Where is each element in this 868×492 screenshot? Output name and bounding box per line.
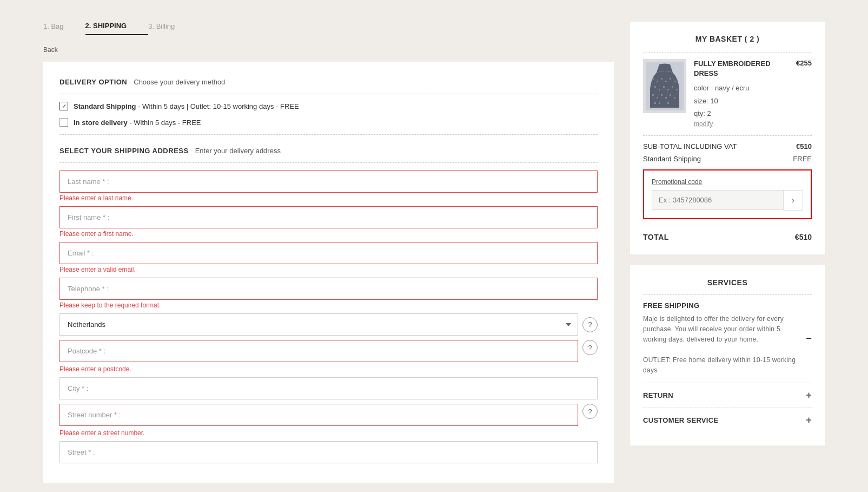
divider-3 (59, 162, 598, 163)
telephone-error: Please keep to the required format. (59, 301, 598, 309)
last-name-group: Please enter a last name. (59, 170, 598, 202)
postcode-help-button[interactable]: ? (582, 340, 598, 355)
svg-rect-6 (674, 81, 675, 82)
standard-label: Standard Shipping (74, 102, 136, 110)
email-input[interactable] (59, 242, 598, 264)
svg-rect-13 (652, 94, 654, 96)
promo-submit-button[interactable]: › (784, 190, 803, 211)
shipping-label: Standard Shipping (643, 155, 701, 163)
shipping-value: FREE (793, 155, 812, 163)
promo-section: Promotional code › (643, 169, 812, 219)
basket-divider-2 (643, 135, 812, 136)
svg-rect-11 (672, 86, 673, 88)
svg-rect-4 (665, 81, 667, 82)
item-name: FULLY EMBROIDERED DRESS (694, 59, 796, 78)
svg-rect-9 (663, 86, 665, 88)
basket-card: MY BASKET ( 2 ) (630, 22, 825, 254)
subtotal-row: SUB-TOTAL INCLUDING VAT €510 (643, 142, 812, 150)
divider-1 (59, 94, 598, 94)
service-return-content: RETURN (643, 391, 806, 399)
svg-rect-14 (657, 97, 658, 99)
address-subtitle: Enter your delivery address (195, 147, 281, 155)
svg-rect-12 (676, 89, 678, 90)
last-name-input[interactable] (59, 170, 598, 193)
service-free-shipping-label: FREE SHIPPING (643, 301, 699, 310)
service-customer-service-icon[interactable]: + (806, 415, 812, 426)
address-section-header: SELECT YOUR SHIPPING ADDRESS Enter your … (59, 147, 598, 155)
services-title: SERVICES (643, 278, 812, 287)
main-content: 1. Bag 2. SHIPPING 3. Billing Back DELIV… (43, 22, 614, 483)
email-error: Please enter a valid email. (59, 266, 598, 273)
delivery-title: DELIVERY OPTION (59, 78, 127, 86)
basket-item: FULLY EMBROIDERED DRESS €255 color : nav… (643, 59, 812, 128)
svg-rect-19 (654, 102, 656, 104)
item-size: size: 10 (694, 95, 812, 107)
instore-detail: - Within 5 days - FREE (128, 119, 201, 127)
basket-divider-1 (643, 52, 812, 53)
promo-label[interactable]: Promotional code (652, 178, 803, 186)
services-card: SERVICES FREE SHIPPING Maje is delighted… (630, 265, 825, 445)
shipping-row: Standard Shipping FREE (643, 155, 812, 163)
basket-item-image (643, 59, 686, 113)
promo-input[interactable] (652, 190, 784, 210)
service-free-shipping-icon[interactable]: − (806, 333, 812, 344)
step-shipping[interactable]: 2. SHIPPING (85, 22, 149, 35)
total-label: TOTAL (643, 233, 669, 241)
svg-rect-20 (659, 102, 660, 104)
checkbox-standard[interactable]: ✓ (59, 102, 68, 110)
item-color: color : navy / ecru (694, 82, 812, 94)
service-free-shipping-content: FREE SHIPPING Maje is delighted to offer… (643, 301, 806, 376)
step-billing[interactable]: 3. Billing (148, 22, 196, 35)
postcode-error: Please enter a postcode. (59, 365, 598, 373)
country-select[interactable]: Netherlands Belgium Germany France UK (59, 313, 578, 336)
delivery-option-standard[interactable]: ✓ Standard Shipping - Within 5 days | Ou… (59, 102, 598, 110)
back-link[interactable]: Back (43, 46, 614, 54)
svg-rect-7 (654, 86, 656, 88)
basket-divider-3 (643, 226, 812, 226)
telephone-group: Please keep to the required format. (59, 278, 598, 309)
basket-title: MY BASKET ( 2 ) (643, 35, 812, 43)
delivery-option-instore[interactable]: In store delivery - Within 5 days - FREE (59, 118, 598, 127)
item-price: €255 (796, 59, 812, 67)
svg-rect-3 (661, 78, 662, 80)
service-free-shipping[interactable]: FREE SHIPPING Maje is delighted to offer… (643, 294, 812, 383)
service-customer-service[interactable]: CUSTOMER SERVICE + (643, 408, 812, 432)
street-number-input[interactable] (59, 404, 578, 426)
service-return-icon[interactable]: + (806, 390, 812, 401)
service-return[interactable]: RETURN + (643, 383, 812, 408)
first-name-error: Please enter a first name. (59, 230, 598, 238)
country-help-button[interactable]: ? (582, 317, 598, 332)
city-input[interactable] (59, 377, 598, 399)
svg-rect-8 (659, 89, 660, 90)
street-number-error: Please enter a street number. (59, 429, 598, 437)
instore-shipping-label: In store delivery - Within 5 days - FREE (74, 119, 201, 127)
checkbox-instore[interactable] (59, 118, 68, 127)
address-title: SELECT YOUR SHIPPING ADDRESS (59, 147, 189, 155)
instore-label: In store delivery (74, 119, 128, 127)
delivery-subtitle: Choose your delivery method (134, 78, 225, 86)
svg-rect-15 (661, 94, 662, 96)
sidebar: MY BASKET ( 2 ) (630, 22, 825, 483)
postcode-input[interactable] (59, 340, 578, 362)
svg-rect-16 (665, 97, 667, 99)
city-group (59, 377, 598, 399)
service-return-label: RETURN (643, 391, 673, 399)
telephone-input[interactable] (59, 278, 598, 300)
first-name-input[interactable] (59, 206, 598, 228)
subtotal-value: €510 (796, 142, 812, 150)
page-wrapper: 1. Bag 2. SHIPPING 3. Billing Back DELIV… (0, 0, 868, 492)
street-input[interactable] (59, 441, 598, 463)
subtotal-label: SUB-TOTAL INCLUDING VAT (643, 142, 737, 150)
promo-input-row: › (652, 190, 803, 211)
svg-rect-2 (657, 81, 658, 82)
step-bag[interactable]: 1. Bag (43, 22, 85, 35)
service-customer-service-label: CUSTOMER SERVICE (643, 416, 718, 424)
svg-rect-21 (667, 102, 669, 104)
form-card: DELIVERY OPTION Choose your delivery met… (43, 62, 614, 483)
country-wrapper: Netherlands Belgium Germany France UK ? (59, 313, 598, 336)
service-customer-service-content: CUSTOMER SERVICE (643, 416, 806, 424)
street-group (59, 441, 598, 463)
checkout-steps: 1. Bag 2. SHIPPING 3. Billing (43, 22, 614, 35)
item-modify-link[interactable]: modify (694, 120, 812, 128)
street-number-help-button[interactable]: ? (582, 404, 598, 419)
